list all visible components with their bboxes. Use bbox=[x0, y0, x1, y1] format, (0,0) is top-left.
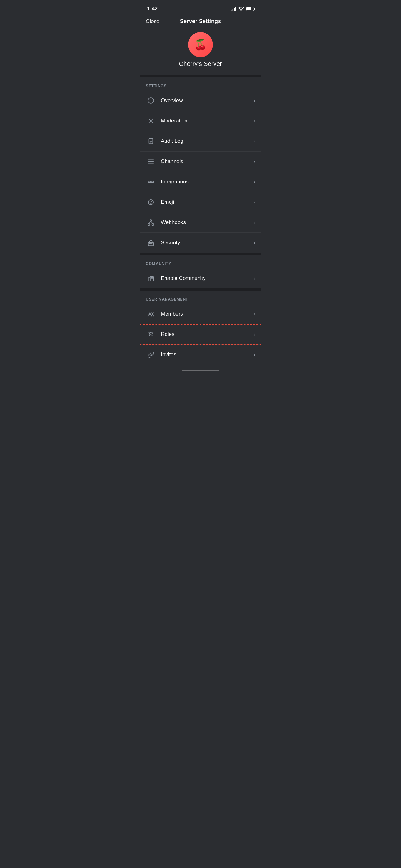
settings-item-audit-log[interactable]: Audit Log › bbox=[140, 131, 261, 152]
user-management-section-header: USER MANAGEMENT bbox=[140, 291, 261, 304]
battery-icon bbox=[246, 7, 254, 11]
wifi-icon bbox=[238, 6, 244, 11]
channels-icon bbox=[146, 157, 156, 166]
settings-item-security[interactable]: Security › bbox=[140, 233, 261, 253]
svg-line-24 bbox=[149, 221, 151, 223]
settings-item-roles[interactable]: Roles › bbox=[140, 324, 261, 345]
home-indicator bbox=[182, 370, 219, 371]
invites-icon bbox=[146, 350, 156, 360]
server-avatar[interactable]: 🍒 bbox=[188, 32, 213, 57]
emoji-label: Emoji bbox=[161, 199, 254, 205]
chevron-icon: › bbox=[254, 118, 255, 124]
user-management-section: USER MANAGEMENT Members › Roles › bbox=[140, 291, 261, 365]
settings-section: SETTINGS Overview › Moderation › bbox=[140, 78, 261, 253]
chevron-icon: › bbox=[254, 138, 255, 144]
header: Close Server Settings bbox=[140, 16, 261, 30]
status-time: 1:42 bbox=[147, 6, 158, 12]
chevron-icon: › bbox=[254, 159, 255, 164]
server-info: 🍒 Cherry's Server bbox=[140, 30, 261, 75]
roles-icon bbox=[146, 329, 156, 339]
svg-point-36 bbox=[150, 334, 152, 335]
signal-icon bbox=[231, 6, 236, 11]
settings-section-header: SETTINGS bbox=[140, 78, 261, 91]
svg-line-25 bbox=[151, 221, 153, 223]
members-icon bbox=[146, 309, 156, 319]
server-name: Cherry's Server bbox=[179, 60, 222, 67]
chevron-icon: › bbox=[254, 332, 255, 337]
chevron-icon: › bbox=[254, 240, 255, 246]
integrations-icon bbox=[146, 177, 156, 187]
roles-label: Roles bbox=[161, 331, 254, 337]
community-section-header: COMMUNITY bbox=[140, 255, 261, 269]
settings-item-moderation[interactable]: Moderation › bbox=[140, 111, 261, 131]
audit-log-label: Audit Log bbox=[161, 138, 254, 144]
invites-label: Invites bbox=[161, 351, 254, 358]
settings-item-enable-community[interactable]: Enable Community › bbox=[140, 269, 261, 288]
settings-item-webhooks[interactable]: Webhooks › bbox=[140, 213, 261, 233]
status-bar: 1:42 bbox=[140, 0, 261, 16]
svg-point-2 bbox=[151, 99, 151, 100]
community-section: COMMUNITY Enable Community › bbox=[140, 255, 261, 288]
svg-point-16 bbox=[149, 182, 150, 183]
settings-item-integrations[interactable]: Integrations › bbox=[140, 172, 261, 192]
svg-rect-27 bbox=[149, 243, 152, 244]
settings-item-members[interactable]: Members › bbox=[140, 304, 261, 324]
chevron-icon: › bbox=[254, 199, 255, 205]
chevron-icon: › bbox=[254, 179, 255, 185]
close-button[interactable]: Close bbox=[146, 19, 159, 25]
svg-point-35 bbox=[152, 312, 153, 314]
audit-log-icon bbox=[146, 136, 156, 146]
chevron-icon: › bbox=[254, 276, 255, 281]
info-icon bbox=[146, 96, 156, 105]
community-icon bbox=[146, 273, 156, 283]
enable-community-label: Enable Community bbox=[161, 275, 254, 281]
settings-item-overview[interactable]: Overview › bbox=[140, 91, 261, 111]
svg-point-17 bbox=[152, 182, 153, 183]
webhooks-label: Webhooks bbox=[161, 219, 254, 226]
security-label: Security bbox=[161, 240, 254, 246]
channels-label: Channels bbox=[161, 158, 254, 165]
server-avatar-emoji: 🍒 bbox=[194, 39, 207, 51]
svg-point-19 bbox=[149, 201, 150, 202]
members-label: Members bbox=[161, 311, 254, 317]
page-title: Server Settings bbox=[180, 18, 221, 25]
section-divider-2 bbox=[140, 253, 261, 255]
emoji-icon bbox=[146, 197, 156, 207]
svg-point-18 bbox=[148, 200, 154, 205]
chevron-icon: › bbox=[254, 220, 255, 225]
svg-point-34 bbox=[149, 312, 151, 314]
security-icon bbox=[146, 238, 156, 248]
chevron-icon: › bbox=[254, 98, 255, 103]
svg-point-20 bbox=[152, 201, 152, 202]
bottom-indicator-area bbox=[140, 365, 261, 374]
settings-item-invites[interactable]: Invites › bbox=[140, 345, 261, 365]
chevron-icon: › bbox=[254, 311, 255, 317]
integrations-label: Integrations bbox=[161, 179, 254, 185]
section-divider-1 bbox=[140, 75, 261, 78]
overview-label: Overview bbox=[161, 97, 254, 104]
status-icons bbox=[231, 6, 254, 11]
svg-point-28 bbox=[151, 243, 152, 244]
settings-item-emoji[interactable]: Emoji › bbox=[140, 192, 261, 213]
settings-item-channels[interactable]: Channels › bbox=[140, 152, 261, 172]
section-divider-3 bbox=[140, 288, 261, 291]
moderation-label: Moderation bbox=[161, 118, 254, 124]
moderation-icon bbox=[146, 116, 156, 126]
chevron-icon: › bbox=[254, 352, 255, 358]
webhooks-icon bbox=[146, 217, 156, 227]
